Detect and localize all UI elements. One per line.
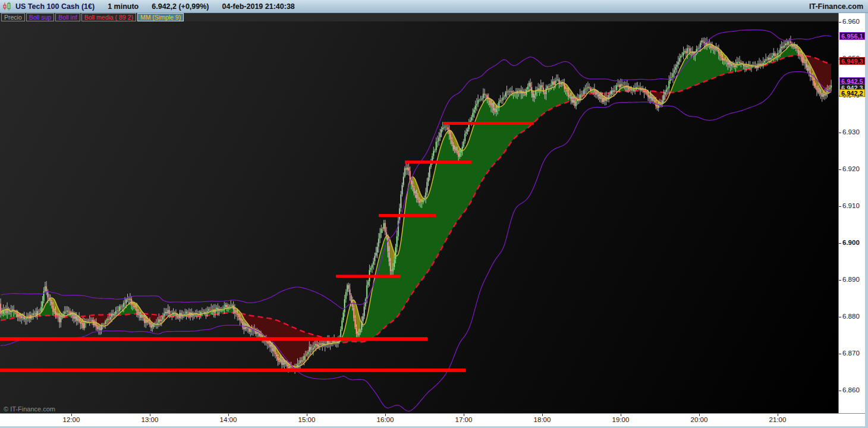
instrument-title: US Tech 100 Cash (1€) [15,2,95,11]
timeframe-label: 1 minuto [108,2,139,11]
price-tick-label: 6.900 [842,239,860,246]
price-tick-mark [839,280,841,281]
price-box-4: 6.942,2 [839,89,865,97]
time-tick-label: 19:00 [608,416,634,423]
time-tick-label: 13:00 [137,416,163,423]
price-tick-mark [839,206,841,207]
window-frame-right [865,13,868,426]
trading-chart-window: US Tech 100 Cash (1€) 1 minuto 6.942,2 (… [0,0,868,428]
title-bar: US Tech 100 Cash (1€) 1 minuto 6.942,2 (… [0,0,868,13]
time-tick-label: 20:00 [686,416,712,423]
price-tick-label: 6.960 [842,18,860,25]
price-tick-mark [839,22,841,23]
legend-tag-0[interactable]: Precio [1,13,25,21]
chart-watermark: © IT-Finance.com [4,405,55,413]
price-tick-label: 6.870 [842,350,860,357]
brand-label: IT-Finance.com [809,2,863,11]
price-axis[interactable]: 6.9606.9506.9406.9306.9206.9106.9006.890… [838,13,865,413]
time-tick-label: 14:00 [215,416,241,423]
time-tick-label: 12:00 [58,416,84,423]
price-box-1: 6.949,3 [839,57,865,65]
legend-tag-1[interactable]: Boll sup [26,13,54,21]
price-tick-label: 6.910 [842,202,860,209]
time-axis[interactable]: 12:0013:0014:0015:0016:0017:0018:0019:00… [0,413,868,426]
legend-tag-4[interactable]: MM (Simple 9) [137,13,184,21]
price-box-0: 6.956,1 [839,32,865,40]
price-tick-label: 6.920 [842,165,860,172]
time-tick-label: 17:00 [451,416,477,423]
price-tick-mark [839,391,841,391]
candlestick-chart[interactable] [0,21,838,413]
chart-area[interactable]: © IT-Finance.com [0,21,838,413]
legend-tag-3[interactable]: Boll media ( 89 2) [81,13,136,21]
price-tick-label: 6.930 [842,128,860,136]
indicator-legend: PrecioBoll supBoll infBoll media ( 89 2)… [0,13,838,21]
price-tick-mark [839,354,841,354]
time-tick-label: 15:00 [294,416,320,423]
candlestick-logo-icon [2,2,12,11]
datetime-label: 04-feb-2019 21:40:38 [222,2,295,11]
time-tick-label: 16:00 [372,416,398,423]
price-tick-mark [839,243,841,244]
price-tick-label: 6.860 [842,386,860,394]
price-tick-label: 6.890 [842,276,860,283]
legend-tag-2[interactable]: Boll inf [55,13,80,21]
price-tick-mark [839,169,841,170]
time-tick-label: 21:00 [765,416,791,423]
price-tick-mark [839,317,841,317]
time-tick-label: 18:00 [529,416,555,423]
last-price-change: 6.942,2 (+0,99%) [152,2,209,11]
price-tick-label: 6.880 [842,313,860,320]
price-tick-mark [839,133,841,133]
